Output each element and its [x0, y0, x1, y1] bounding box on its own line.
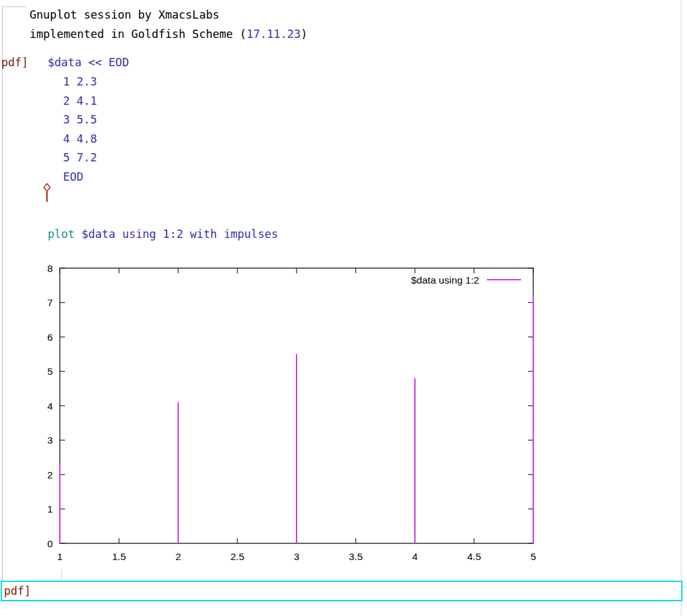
session-bracket-top [2, 6, 26, 7]
session-header-line1: Gnuplot session by XmacsLabs [30, 8, 219, 22]
x-tick-label: 3.5 [349, 551, 363, 562]
plot-args: $data using 1:2 with impulses [75, 228, 278, 240]
x-tick-label: 4 [412, 551, 418, 562]
prompt-label: pdf] [1, 56, 28, 69]
command-heredoc[interactable]: $data << EOD [48, 56, 129, 69]
x-tick-label: 2 [176, 551, 181, 562]
page-edge-line [681, 0, 682, 616]
x-tick-label: 1 [57, 551, 63, 562]
gnuplot-output: 11.522.533.544.55012345678$data using 1:… [26, 257, 675, 563]
bottom-prompt-label: pdf] [2, 584, 31, 597]
texmacs-session-page: Gnuplot session by XmacsLabs implemented… [0, 0, 687, 616]
session-input-box[interactable]: pdf] [1, 581, 682, 601]
y-tick-label: 8 [47, 263, 53, 274]
header-line2-prefix: implemented in Goldfish Scheme ( [30, 28, 246, 41]
x-tick-label: 2.5 [230, 551, 244, 562]
cursor-marker-icon[interactable] [42, 183, 51, 203]
session-bracket-left [2, 6, 3, 581]
y-tick-label: 1 [47, 503, 53, 514]
gnuplot-chart: 11.522.533.544.55012345678$data using 1:… [26, 257, 675, 563]
data-line[interactable]: 3 5.5 [63, 113, 97, 127]
command-plot[interactable]: plot $data using 1:2 with impulses [48, 228, 278, 241]
y-tick-label: 5 [47, 366, 53, 377]
x-tick-label: 3 [294, 551, 300, 562]
x-tick-label: 4.5 [467, 551, 481, 562]
y-tick-label: 7 [47, 297, 53, 308]
eod-label[interactable]: EOD [63, 170, 84, 184]
x-tick-label: 1.5 [112, 551, 126, 562]
session-header-line2: implemented in Goldfish Scheme (17.11.23… [30, 28, 307, 41]
x-tick-label: 5 [531, 551, 536, 562]
y-tick-label: 6 [47, 332, 53, 343]
y-tick-label: 0 [47, 538, 53, 549]
field-separator-tick [61, 570, 62, 581]
header-version: 17.11.23 [246, 28, 300, 41]
y-tick-label: 2 [47, 469, 53, 480]
y-tick-label: 4 [47, 401, 53, 412]
plot-keyword: plot [48, 228, 75, 240]
legend-label: $data using 1:2 [411, 275, 479, 285]
header-line2-suffix: ) [300, 28, 307, 41]
data-line[interactable]: 4 4.8 [63, 132, 97, 146]
data-line[interactable]: 1 2.3 [63, 75, 97, 89]
y-tick-label: 3 [47, 435, 53, 446]
data-line[interactable]: 2 4.1 [63, 95, 97, 108]
data-line[interactable]: 5 7.2 [63, 151, 97, 165]
